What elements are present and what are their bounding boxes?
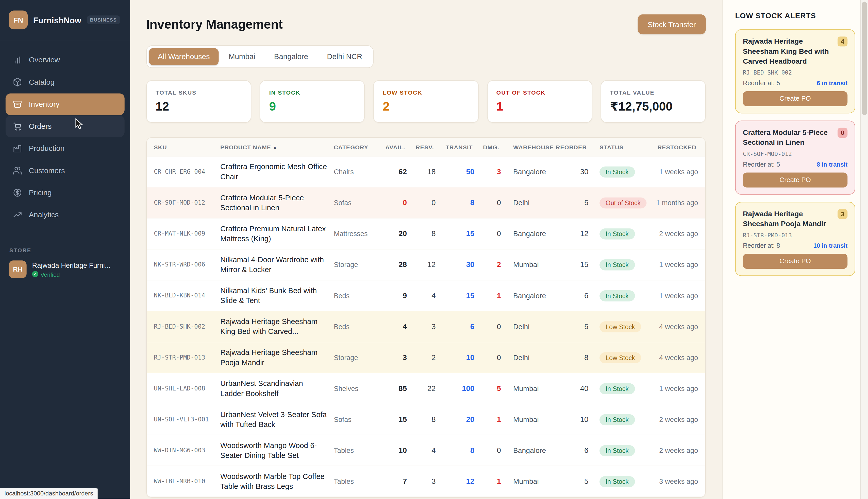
- cell-category: Mattresses: [334, 230, 378, 238]
- cell-available: 85: [378, 385, 407, 393]
- column-header[interactable]: WAREHOUSE: [501, 144, 552, 150]
- column-header[interactable]: REORDER: [552, 144, 588, 150]
- mouse-cursor: [75, 119, 84, 130]
- cell-sku: WW-TBL-MRB-010: [154, 478, 220, 485]
- cell-reserved: 8: [407, 230, 436, 238]
- cell-warehouse: Mumbai: [501, 415, 552, 424]
- column-header[interactable]: AVAIL.: [378, 144, 407, 150]
- brand-logo: FN: [9, 10, 28, 29]
- table-row[interactable]: CR-CHR-ERG-004 Craftera Ergonomic Mesh O…: [147, 156, 705, 187]
- table-row[interactable]: NK-BED-KBN-014 Nilkamal Kids' Bunk Bed w…: [147, 280, 705, 312]
- sidebar-nav-item[interactable]: Inventory: [5, 94, 124, 115]
- column-header[interactable]: STATUS: [588, 144, 646, 150]
- cell-restocked: 1 weeks ago: [646, 261, 698, 268]
- cell-warehouse: Bangalore: [501, 446, 552, 455]
- warehouse-tab[interactable]: Delhi NCR: [318, 48, 371, 65]
- in-transit-label: 10 in transit: [813, 242, 848, 248]
- cell-reorder: 15: [552, 260, 588, 269]
- sidebar-nav: Overview Catalog Inventory Orders: [0, 40, 130, 226]
- sidebar-nav-item[interactable]: Pricing: [5, 182, 124, 204]
- cell-sku: RJ-STR-PMD-013: [154, 354, 220, 361]
- create-po-button[interactable]: Create PO: [743, 172, 847, 187]
- stat-cards: TOTAL SKUS 12 IN STOCK 9 LOW STOCK 2 OUT…: [146, 80, 706, 123]
- status-badge: In Stock: [599, 476, 635, 487]
- table-row[interactable]: WW-DIN-MG6-003 Woodsworth Mango Wood 6-S…: [147, 435, 705, 466]
- production-icon: [13, 144, 22, 153]
- cell-reserved: 0: [407, 198, 436, 207]
- cell-restocked: 2 weeks ago: [646, 416, 698, 424]
- stock-transfer-button[interactable]: Stock Transfer: [638, 14, 706, 35]
- table-row[interactable]: NK-STR-WRD-006 Nilkamal 4-Door Wardrobe …: [147, 250, 705, 280]
- cell-category: Storage: [334, 354, 378, 362]
- low-stock-alert-card: Rajwada Heritage Sheesham King Bed with …: [735, 29, 855, 113]
- in-transit-label: 6 in transit: [817, 80, 847, 86]
- column-header[interactable]: RESV.: [407, 144, 436, 150]
- check-icon: ✓: [32, 271, 38, 277]
- column-label: STATUS: [599, 144, 623, 150]
- cell-transit: 6: [436, 322, 475, 331]
- cell-transit: 100: [436, 385, 475, 393]
- sidebar-nav-item[interactable]: Customers: [5, 160, 124, 181]
- sidebar-nav-item[interactable]: Production: [5, 138, 124, 159]
- cell-status: In Stock: [588, 290, 646, 301]
- sidebar-nav-item[interactable]: Overview: [5, 49, 124, 71]
- table-row[interactable]: RJ-STR-PMD-013 Rajwada Heritage Sheesham…: [147, 342, 705, 373]
- cell-reorder: 5: [552, 322, 588, 331]
- cell-damaged: 1: [474, 477, 501, 486]
- brand[interactable]: FN FurnishNow BUSINESS: [0, 0, 130, 40]
- column-header[interactable]: PRODUCT NAME▲: [220, 144, 334, 150]
- status-badge: Out of Stock: [599, 197, 647, 208]
- table-row[interactable]: UN-SHL-LAD-008 UrbanNest Scandinavian La…: [147, 373, 705, 404]
- cell-warehouse: Bangalore: [501, 291, 552, 300]
- nav-item-label: Overview: [29, 56, 60, 64]
- cell-reserved: 3: [407, 322, 436, 331]
- column-header[interactable]: SKU: [154, 144, 220, 150]
- sidebar-nav-item[interactable]: Catalog: [5, 71, 124, 93]
- cell-status: Low Stock: [588, 321, 646, 332]
- customers-icon: [13, 166, 22, 175]
- store-card[interactable]: RH Rajwada Heritage Furni... ✓ Verified: [0, 253, 130, 285]
- cell-transit: 15: [436, 291, 475, 300]
- create-po-button[interactable]: Create PO: [743, 91, 847, 106]
- cell-product-name: UrbanNest Velvet 3-Seater Sofa with Tuft…: [220, 410, 334, 429]
- warehouse-tab[interactable]: Mumbai: [220, 48, 264, 65]
- alert-header: Craftera Modular 5-Piece Sectional in Li…: [743, 127, 847, 147]
- cell-category: Shelves: [334, 385, 378, 392]
- table-row[interactable]: CR-SOF-MOD-012 Craftera Modular 5-Piece …: [147, 187, 705, 218]
- column-header[interactable]: TRANSIT: [436, 144, 475, 150]
- sidebar-nav-item[interactable]: Analytics: [5, 204, 124, 226]
- table-row[interactable]: RJ-BED-SHK-002 Rajwada Heritage Sheesham…: [147, 312, 705, 342]
- cell-reorder: 40: [552, 385, 588, 393]
- column-header[interactable]: RESTOCKED: [646, 144, 698, 150]
- table-row[interactable]: CR-MAT-NLK-009 Craftera Premium Natural …: [147, 219, 705, 250]
- column-label: AVAIL.: [385, 144, 405, 150]
- cell-status: In Stock: [588, 259, 646, 270]
- table-row[interactable]: UN-SOF-VLT3-001 UrbanNest Velvet 3-Seate…: [147, 404, 705, 435]
- warehouse-tab[interactable]: Bangalore: [265, 48, 317, 65]
- stat-value: 1: [497, 100, 583, 114]
- scrollbar[interactable]: [860, 0, 868, 499]
- cell-available: 10: [378, 446, 407, 455]
- status-badge: In Stock: [599, 166, 635, 177]
- column-label: PRODUCT NAME: [220, 144, 271, 150]
- low-stock-alert-card: Craftera Modular 5-Piece Sectional in Li…: [735, 120, 855, 194]
- cell-category: Beds: [334, 292, 378, 300]
- column-header[interactable]: CATEGORY: [334, 144, 378, 150]
- warehouse-tab[interactable]: All Warehouses: [149, 48, 219, 65]
- scrollbar-thumb[interactable]: [862, 2, 867, 115]
- cell-sku: NK-BED-KBN-014: [154, 292, 220, 299]
- cell-sku: UN-SOF-VLT3-001: [154, 416, 220, 423]
- stat-label: OUT OF STOCK: [497, 89, 583, 96]
- alert-sku: CR-SOF-MOD-012: [743, 150, 847, 157]
- cell-status: In Stock: [588, 445, 646, 456]
- nav-item-label: Customers: [29, 167, 65, 175]
- table-row[interactable]: WW-TBL-MRB-010 Woodsworth Marble Top Cof…: [147, 466, 705, 497]
- create-po-button[interactable]: Create PO: [743, 254, 847, 268]
- sort-asc-icon: ▲: [273, 145, 277, 150]
- column-header[interactable]: DMG.: [474, 144, 501, 150]
- sidebar-nav-item[interactable]: Orders: [5, 115, 124, 137]
- status-badge: In Stock: [599, 259, 635, 270]
- cell-reserved: 3: [407, 477, 436, 486]
- cell-reorder: 5: [552, 477, 588, 486]
- low-stock-alert-card: Rajwada Heritage Sheesham Pooja Mandir 3…: [735, 202, 855, 276]
